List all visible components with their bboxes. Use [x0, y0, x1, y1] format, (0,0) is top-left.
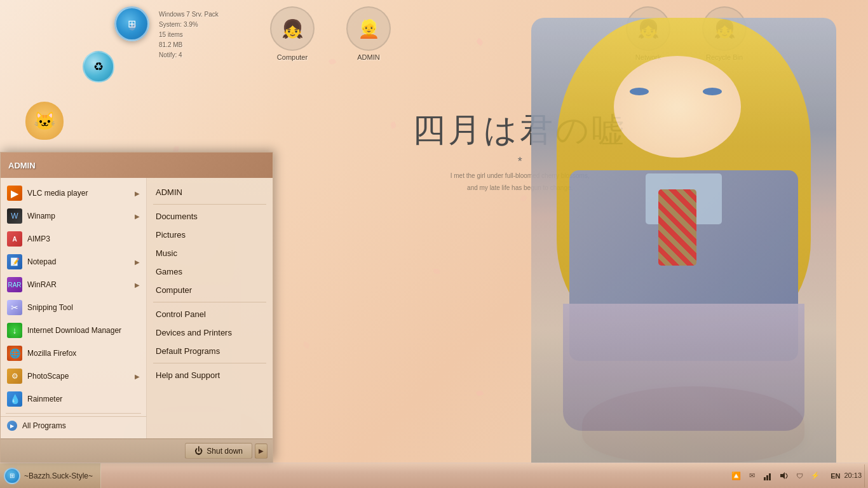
computer-icon-label: Computer [277, 53, 308, 61]
start-orb-icon: ⊞ [10, 472, 15, 479]
menu-item-aimp[interactable]: A AIMP3 [1, 227, 146, 250]
notepad-icon: 📝 [7, 254, 22, 269]
shutdown-button[interactable]: ⏻ Shut down [185, 443, 252, 459]
show-desktop-button[interactable] [864, 464, 868, 487]
right-item-admin[interactable]: ADMIN [147, 183, 273, 201]
start-menu-username: ADMIN [8, 161, 36, 170]
menu-item-idm[interactable]: ↓ Internet Download Manager [1, 319, 146, 342]
idm-icon: ↓ [7, 323, 22, 338]
right-divider-3 [153, 363, 266, 363]
desktop-icon-computer[interactable]: 👧 Computer [267, 6, 318, 61]
desktop-icon-network[interactable]: 👧 Network [623, 6, 674, 61]
right-item-music[interactable]: Music [147, 244, 273, 262]
vlc-label: VLC media player [27, 189, 130, 198]
winrar-arrow: ▶ [135, 281, 140, 288]
photoscape-arrow: ▶ [135, 373, 140, 380]
shutdown-arrow-button[interactable]: ▶ [255, 444, 268, 459]
svg-rect-0 [764, 477, 766, 480]
network-icon-label: Network [635, 53, 661, 61]
desktop: ⊞ ♻ 🐱 Windows 7 Srv. Pack System: 3.9% 1… [0, 0, 868, 488]
tray-update-icon[interactable]: ⚡ [809, 470, 822, 482]
tray-network-icon[interactable] [761, 470, 774, 482]
svg-rect-2 [769, 473, 771, 480]
right-item-control-panel[interactable]: Control Panel [147, 305, 273, 323]
menu-item-photoscape[interactable]: ⚙ PhotoScape ▶ [1, 365, 146, 388]
menu-divider [6, 413, 141, 414]
right-divider-2 [153, 302, 266, 302]
anime-title-sub-1: I met the girl under full-bloomed cherry… [412, 171, 627, 180]
anime-char-right [531, 18, 836, 463]
right-item-games[interactable]: Games [147, 262, 273, 281]
menu-item-notepad[interactable]: 📝 Notepad ▶ [1, 250, 146, 273]
taskbar-start-button[interactable]: ⊞ ~Bazzh.Suck-Style~ [0, 463, 101, 488]
svg-rect-1 [766, 475, 768, 480]
right-divider-1 [153, 204, 266, 205]
network-icon-img: 👧 [626, 6, 670, 51]
cat-mascot: 🐱 [25, 102, 64, 140]
notepad-arrow: ▶ [135, 259, 140, 266]
anime-title-block: 四月は君の嘘 * I met the girl under full-bloom… [412, 108, 627, 193]
taskbar-clock[interactable]: 20:13 [844, 471, 864, 480]
menu-item-firefox[interactable]: 🌐 Mozilla Firefox [1, 342, 146, 365]
start-menu-right: ADMIN Documents Pictures Music Games Com… [147, 178, 273, 438]
tray-security-icon[interactable]: 🛡 [793, 470, 806, 482]
tray-expand-icon[interactable]: 🔼 [729, 470, 742, 482]
desktop-icon-admin[interactable]: 👱 ADMIN [343, 6, 394, 61]
rainmeter-icon: 💧 [7, 391, 22, 407]
shutdown-label: Shut down [207, 447, 243, 456]
menu-item-winrar[interactable]: RAR WinRAR ▶ [1, 273, 146, 296]
menu-item-snipping[interactable]: ✂ Snipping Tool [1, 296, 146, 319]
right-item-devices[interactable]: Devices and Printers [147, 323, 273, 342]
system-tray: 🔼 ✉ 🛡 [724, 470, 827, 482]
taskbar-time: 20:13 [844, 471, 862, 480]
recycle-sphere-icon: ♻ [93, 60, 104, 74]
right-item-documents[interactable]: Documents [147, 207, 273, 226]
winrar-icon: RAR [7, 277, 22, 292]
winamp-arrow: ▶ [135, 213, 140, 220]
tray-message-icon[interactable]: ✉ [745, 470, 758, 482]
violin-case-right [582, 386, 804, 463]
photoscape-label: PhotoScape [27, 372, 130, 381]
vlc-arrow: ▶ [135, 190, 140, 197]
start-menu: ADMIN ▶ VLC media player ▶ W Winamp ▶ A … [0, 152, 273, 463]
system-info: Windows 7 Srv. Pack System: 3.9% 15 item… [159, 10, 219, 60]
right-item-computer[interactable]: Computer [147, 281, 273, 299]
menu-item-rainmeter[interactable]: 💧 Rainmeter [1, 388, 146, 410]
notepad-label: Notepad [27, 257, 130, 266]
start-label: ~Bazzh.Suck-Style~ [24, 471, 93, 480]
vlc-icon: ▶ [7, 186, 22, 201]
svg-marker-3 [780, 472, 785, 479]
aimp-label: AIMP3 [27, 234, 140, 243]
aimp-icon: A [7, 231, 22, 247]
snipping-icon: ✂ [7, 300, 22, 315]
photoscape-icon: ⚙ [7, 369, 22, 384]
winrar-label: WinRAR [27, 280, 130, 289]
firefox-label: Mozilla Firefox [27, 349, 140, 358]
windows-logo-icon: ⊞ [128, 18, 136, 30]
desktop-icon-recycle[interactable]: 👧 Recycle Bin [699, 6, 750, 61]
rainmeter-label: Rainmeter [27, 395, 140, 403]
right-item-help[interactable]: Help and Support [147, 366, 273, 384]
recycle-bin-sphere[interactable]: ♻ [83, 51, 114, 83]
right-item-pictures[interactable]: Pictures [147, 226, 273, 244]
recycle-icon-img: 👧 [702, 6, 747, 51]
shutdown-bar: ⏻ Shut down ▶ [1, 438, 273, 463]
start-orb: ⊞ [4, 468, 20, 484]
tray-volume-icon[interactable] [777, 470, 790, 482]
start-menu-programs: ▶ VLC media player ▶ W Winamp ▶ A AIMP3 … [1, 178, 147, 438]
winamp-label: Winamp [27, 212, 130, 220]
menu-item-vlc[interactable]: ▶ VLC media player ▶ [1, 182, 146, 205]
anime-title-sub-2: and my late life has begun to change. [412, 183, 627, 193]
firefox-icon: 🌐 [7, 346, 22, 361]
menu-item-winamp[interactable]: W Winamp ▶ [1, 205, 146, 227]
windows-orb[interactable]: ⊞ [114, 6, 149, 41]
taskbar-language[interactable]: EN [827, 472, 844, 480]
admin-icon-img: 👱 [346, 6, 391, 51]
idm-label: Internet Download Manager [27, 326, 140, 335]
snipping-label: Snipping Tool [27, 303, 140, 312]
anime-title-asterisk: * [412, 155, 627, 168]
all-programs-row[interactable]: ▶ All Programs [1, 416, 146, 435]
shutdown-arrow-icon: ▶ [259, 447, 264, 454]
recycle-icon-label: Recycle Bin [706, 53, 743, 61]
right-item-default-programs[interactable]: Default Programs [147, 342, 273, 360]
